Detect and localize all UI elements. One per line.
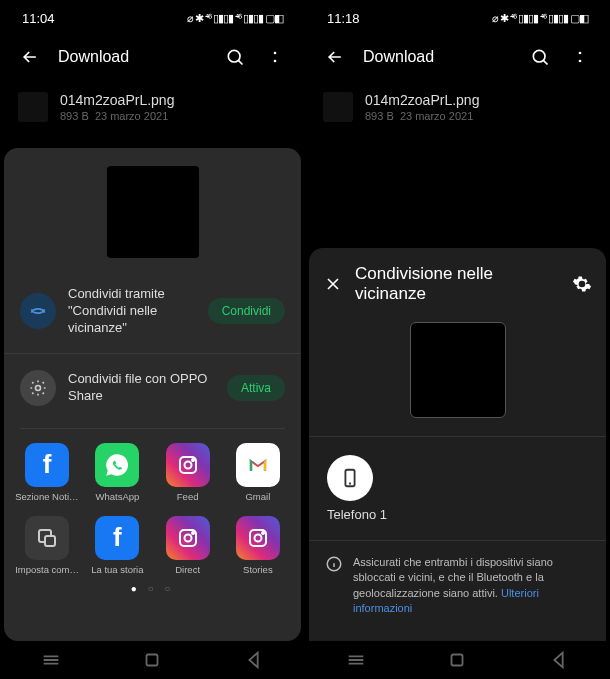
more-icon[interactable] (568, 45, 592, 69)
app-label: Sezione Notizie (15, 491, 79, 502)
settings-icon[interactable] (572, 274, 592, 294)
nav-recent-icon[interactable] (40, 649, 62, 671)
app-icon (166, 443, 210, 487)
app-icon: f (25, 443, 69, 487)
app-icon (166, 516, 210, 560)
nearby-panel-title: Condivisione nelle vicinanze (355, 264, 560, 304)
app-label: Imposta come immagine del ... (15, 564, 79, 575)
nav-back-icon[interactable] (548, 649, 570, 671)
status-bar: 11:18 ⌀ ✱ ⁴⁶ ▯▮▯▮ ⁴⁶ ▯▮▯▮ ▢◧ (305, 0, 610, 36)
share-app-4[interactable]: Imposta come immagine del ... (12, 516, 82, 575)
file-name: 014m2zoaPrL.png (365, 92, 592, 108)
device-icon (327, 455, 373, 501)
status-icons: ⌀ ✱ ⁴⁶ ▯▮▯▮ ⁴⁶ ▯▮▯▮ ▢◧ (187, 12, 283, 25)
phone-right: 11:18 ⌀ ✱ ⁴⁶ ▯▮▯▮ ⁴⁶ ▯▮▯▮ ▢◧ Download 01… (305, 0, 610, 679)
file-row[interactable]: 014m2zoaPrL.png 893 B 23 marzo 2021 (0, 78, 305, 136)
svg-point-16 (533, 50, 545, 62)
share-sheet: Condividi tramite "Condividi nelle vicin… (4, 148, 301, 641)
app-title: Download (58, 48, 207, 66)
app-title: Download (363, 48, 512, 66)
app-label: La tua storia (91, 564, 143, 575)
share-app-1[interactable]: WhatsApp (82, 443, 152, 502)
file-meta: 893 B 23 marzo 2021 (365, 110, 592, 122)
info-text: Assicurati che entrambi i dispositivi si… (353, 555, 590, 617)
oppo-share-button[interactable]: Attiva (227, 375, 285, 401)
svg-point-3 (36, 385, 41, 390)
nav-recent-icon[interactable] (345, 649, 367, 671)
file-row[interactable]: 014m2zoaPrL.png 893 B 23 marzo 2021 (305, 78, 610, 136)
svg-point-10 (184, 534, 191, 541)
nearby-panel-header: Condivisione nelle vicinanze (309, 264, 606, 316)
nearby-panel: Condivisione nelle vicinanze Telefono 1 … (309, 248, 606, 641)
svg-point-0 (228, 50, 240, 62)
share-app-0[interactable]: fSezione Notizie (12, 443, 82, 502)
nav-bar (305, 641, 610, 679)
apps-grid: fSezione NotizieWhatsAppFeedGmailImposta… (4, 435, 301, 575)
search-icon[interactable] (223, 45, 247, 69)
file-thumbnail (323, 92, 353, 122)
nav-back-icon[interactable] (243, 649, 265, 671)
svg-point-17 (579, 52, 582, 55)
svg-rect-8 (45, 536, 55, 546)
app-label: Direct (175, 564, 200, 575)
svg-point-5 (184, 461, 191, 468)
svg-point-2 (274, 60, 277, 63)
nearby-preview (410, 322, 506, 418)
nav-home-icon[interactable] (446, 649, 468, 671)
svg-point-1 (274, 52, 277, 55)
nearby-share-icon (20, 293, 56, 329)
nearby-share-button[interactable]: Condividi (208, 298, 285, 324)
back-icon[interactable] (18, 45, 42, 69)
oppo-share-row[interactable]: Condividi file con OPPO Share Attiva (4, 353, 301, 416)
status-icons: ⌀ ✱ ⁴⁶ ▯▮▯▮ ⁴⁶ ▯▮▯▮ ▢◧ (492, 12, 588, 25)
status-time: 11:04 (22, 11, 55, 26)
oppo-share-label: Condividi file con OPPO Share (68, 371, 215, 405)
share-app-6[interactable]: Direct (153, 516, 223, 575)
divider (20, 428, 285, 429)
share-app-5[interactable]: fLa tua storia (82, 516, 152, 575)
app-icon (95, 443, 139, 487)
svg-point-18 (579, 60, 582, 63)
nav-home-icon[interactable] (141, 649, 163, 671)
info-row: Assicurati che entrambi i dispositivi si… (309, 541, 606, 631)
share-app-7[interactable]: Stories (223, 516, 293, 575)
share-preview (107, 166, 199, 258)
more-icon[interactable] (263, 45, 287, 69)
status-bar: 11:04 ⌀ ✱ ⁴⁶ ▯▮▯▮ ⁴⁶ ▯▮▯▮ ▢◧ (0, 0, 305, 36)
share-app-2[interactable]: Feed (153, 443, 223, 502)
status-time: 11:18 (327, 11, 360, 26)
search-icon[interactable] (528, 45, 552, 69)
svg-rect-15 (147, 655, 158, 666)
app-icon: f (95, 516, 139, 560)
file-name: 014m2zoaPrL.png (60, 92, 287, 108)
close-icon[interactable] (323, 274, 343, 294)
nearby-share-label: Condividi tramite "Condividi nelle vicin… (68, 286, 196, 337)
phone-left: 11:04 ⌀ ✱ ⁴⁶ ▯▮▯▮ ⁴⁶ ▯▮▯▮ ▢◧ Download 01… (0, 0, 305, 679)
info-icon (325, 555, 343, 573)
svg-point-13 (254, 534, 261, 541)
device-label: Telefono 1 (327, 507, 588, 522)
svg-point-14 (262, 532, 264, 534)
nearby-share-row[interactable]: Condividi tramite "Condividi nelle vicin… (4, 276, 301, 347)
nearby-device[interactable]: Telefono 1 (309, 437, 606, 540)
app-label: Gmail (245, 491, 270, 502)
nav-bar (0, 641, 305, 679)
svg-point-6 (192, 459, 194, 461)
share-app-3[interactable]: Gmail (223, 443, 293, 502)
app-label: Stories (243, 564, 273, 575)
app-bar: Download (305, 36, 610, 78)
svg-rect-21 (452, 655, 463, 666)
app-icon (236, 516, 280, 560)
back-icon[interactable] (323, 45, 347, 69)
page-dots: ● ○ ○ (4, 583, 301, 594)
app-bar: Download (0, 36, 305, 78)
app-label: Feed (177, 491, 199, 502)
file-meta: 893 B 23 marzo 2021 (60, 110, 287, 122)
app-icon (25, 516, 69, 560)
app-label: WhatsApp (95, 491, 139, 502)
svg-point-11 (192, 532, 194, 534)
app-icon (236, 443, 280, 487)
file-thumbnail (18, 92, 48, 122)
oppo-share-icon (20, 370, 56, 406)
